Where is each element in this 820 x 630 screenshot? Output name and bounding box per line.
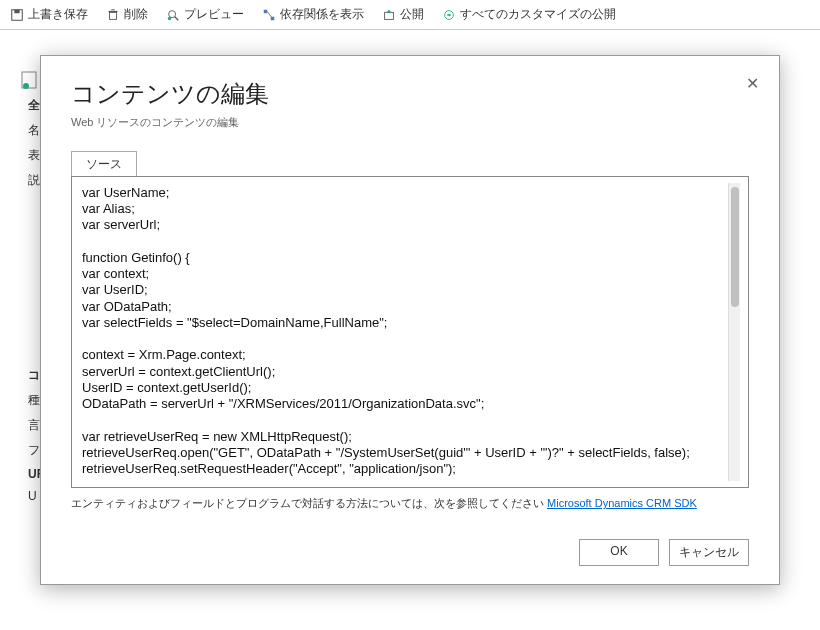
close-button[interactable]: ✕ [746, 74, 759, 93]
svg-rect-8 [264, 9, 268, 13]
svg-point-5 [169, 10, 176, 17]
delete-label: 削除 [124, 6, 148, 23]
deps-label: 依存関係を表示 [280, 6, 364, 23]
dialog-buttons: OK キャンセル [71, 539, 749, 566]
code-editor-container [71, 176, 749, 488]
save-icon [10, 8, 24, 22]
publish-all-icon [442, 8, 456, 22]
editor-scrollbar[interactable] [728, 183, 740, 481]
sdk-link[interactable]: Microsoft Dynamics CRM SDK [547, 497, 697, 509]
publish-all-button[interactable]: すべてのカスタマイズの公開 [442, 6, 616, 23]
save-label: 上書き保存 [28, 6, 88, 23]
svg-rect-1 [14, 9, 19, 13]
save-button[interactable]: 上書き保存 [10, 6, 88, 23]
cancel-button[interactable]: キャンセル [669, 539, 749, 566]
tab-source[interactable]: ソース [71, 151, 137, 177]
svg-rect-11 [385, 12, 394, 19]
preview-label: プレビュー [184, 6, 244, 23]
preview-button[interactable]: プレビュー [166, 6, 244, 23]
sdk-hint: エンティティおよびフィールドとプログラムで対話する方法については、次を参照してく… [71, 496, 749, 511]
dialog-subtitle: Web リソースのコンテンツの編集 [71, 115, 749, 130]
delete-button[interactable]: 削除 [106, 6, 148, 23]
ok-button[interactable]: OK [579, 539, 659, 566]
trash-icon [106, 8, 120, 22]
top-toolbar: 上書き保存 削除 プレビュー 依存関係を表示 公開 すべてのカスタマイズの公開 [0, 0, 820, 30]
svg-line-10 [267, 11, 272, 18]
svg-point-12 [445, 10, 454, 19]
search-icon [166, 8, 180, 22]
publish-all-label: すべてのカスタマイズの公開 [460, 6, 616, 23]
hint-text: エンティティおよびフィールドとプログラムで対話する方法については、次を参照してく… [71, 497, 547, 509]
publish-icon [382, 8, 396, 22]
dialog-title: コンテンツの編集 [71, 80, 749, 109]
code-editor[interactable] [80, 183, 728, 481]
publish-button[interactable]: 公開 [382, 6, 424, 23]
publish-label: 公開 [400, 6, 424, 23]
svg-point-7 [168, 16, 172, 20]
edit-content-dialog: ✕ コンテンツの編集 Web リソースのコンテンツの編集 ソース エンティティお… [40, 55, 780, 585]
tab-row: ソース [71, 150, 749, 176]
deps-button[interactable]: 依存関係を表示 [262, 6, 364, 23]
svg-line-6 [175, 16, 179, 20]
scrollbar-thumb[interactable] [731, 187, 739, 307]
dependency-icon [262, 8, 276, 22]
svg-rect-2 [110, 12, 117, 19]
